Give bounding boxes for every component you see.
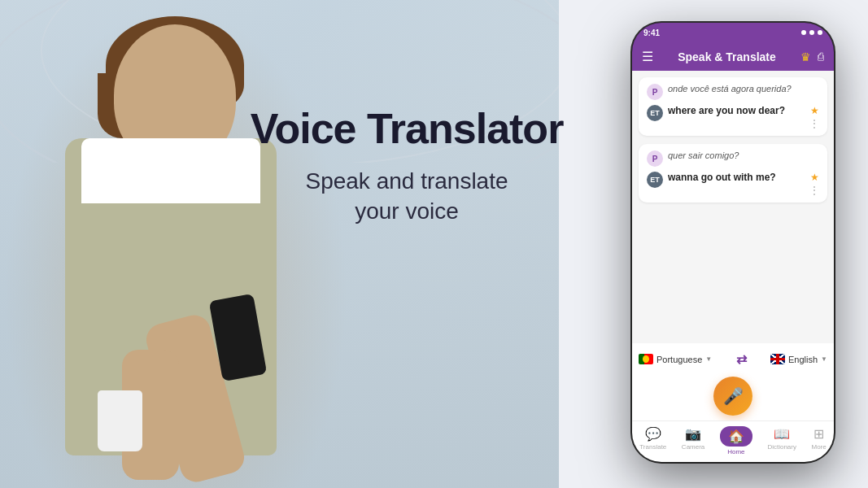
translate-nav-label: Translate	[639, 443, 666, 451]
nav-more[interactable]: ⊞ More	[811, 426, 826, 455]
background-photo	[0, 0, 586, 488]
camera-nav-label: Camera	[682, 443, 704, 451]
wifi-icon	[809, 30, 814, 35]
more-nav-icon: ⊞	[813, 426, 824, 442]
flag-english	[770, 354, 785, 364]
menu-icon[interactable]: ☰	[642, 49, 653, 64]
nav-dictionary[interactable]: 📖 Dictionary	[767, 426, 796, 455]
mic-icon: 🎤	[723, 386, 744, 406]
chat-area: P onde você está agora querida? ET where…	[632, 71, 834, 343]
avatar-source-1: P	[647, 84, 663, 100]
headline: Voice Translator	[236, 106, 578, 152]
original-text-2: quer sair comigo?	[668, 150, 739, 160]
bubble-actions-1: ★ ⋮	[809, 105, 819, 129]
target-lang-label: English	[788, 355, 818, 364]
avatar-target-1: ET	[647, 105, 663, 121]
nav-translate[interactable]: 💬 Translate	[639, 426, 666, 455]
signal-icon	[801, 30, 806, 35]
bubble-original-1: P onde você está agora querida?	[647, 84, 819, 100]
more-icon-1[interactable]: ⋮	[809, 118, 819, 129]
flag-portuguese	[639, 354, 653, 364]
more-nav-label: More	[811, 443, 826, 451]
avatar-target-2: ET	[647, 172, 663, 188]
source-lang-chevron: ▼	[705, 355, 712, 363]
source-language-selector[interactable]: Portuguese ▼	[639, 354, 712, 364]
chat-bubble-group-2: P quer sair comigo? ET wanna go out with…	[639, 144, 827, 203]
bubble-actions-2: ★ ⋮	[809, 172, 819, 196]
share-icon[interactable]: ⎙	[818, 50, 824, 63]
source-lang-label: Portuguese	[656, 355, 702, 364]
nav-camera[interactable]: 📷 Camera	[682, 426, 704, 455]
header-icons: ♛ ⎙	[800, 50, 824, 63]
status-bar: 9:41	[632, 23, 834, 42]
avatar-source-2: P	[647, 150, 663, 167]
more-icon-2[interactable]: ⋮	[809, 185, 819, 196]
camera-nav-icon: 📷	[685, 426, 701, 442]
swap-languages-icon[interactable]: ⇄	[736, 351, 747, 367]
app-header: ☰ Speak & Translate ♛ ⎙	[632, 42, 834, 71]
home-nav-bg: 🏠	[720, 426, 752, 447]
subheadline: Speak and translate your voice	[236, 167, 578, 226]
star-icon-1[interactable]: ★	[810, 105, 819, 116]
bubble-translated-1: ET where are you now dear? ★ ⋮	[647, 105, 819, 129]
language-bar: Portuguese ▼ ⇄ English ▼	[632, 343, 834, 372]
bubble-original-2: P quer sair comigo?	[647, 150, 819, 167]
target-lang-chevron: ▼	[821, 355, 827, 363]
status-time: 9:41	[643, 28, 660, 37]
home-nav-icon: 🏠	[728, 429, 744, 443]
text-overlay: Voice Translator Speak and translate you…	[236, 106, 578, 226]
mic-area: 🎤	[632, 372, 834, 420]
translated-text-1: where are you now dear?	[668, 105, 805, 116]
crown-icon[interactable]: ♛	[800, 50, 811, 63]
translated-text-2: wanna go out with me?	[668, 172, 805, 183]
battery-icon	[818, 30, 822, 35]
star-icon-2[interactable]: ★	[810, 172, 819, 183]
app-title: Speak & Translate	[678, 50, 776, 63]
original-text-1: onde você está agora querida?	[668, 84, 792, 94]
dictionary-nav-label: Dictionary	[767, 443, 796, 451]
person-cup	[98, 390, 142, 451]
translate-nav-icon: 💬	[645, 426, 661, 442]
chat-bubble-group-1: P onde você está agora querida? ET where…	[639, 77, 827, 136]
mic-button[interactable]: 🎤	[713, 377, 752, 416]
phone-mockup: 9:41 ☰ Speak & Translate ♛ ⎙ P onde você…	[632, 23, 834, 462]
nav-home[interactable]: 🏠 Home	[720, 426, 752, 455]
home-nav-label: Home	[727, 448, 744, 455]
status-icons	[801, 30, 822, 35]
bottom-nav: 💬 Translate 📷 Camera 🏠 Home 📖 Dictionary…	[632, 420, 834, 462]
dictionary-nav-icon: 📖	[774, 426, 790, 442]
bubble-translated-2: ET wanna go out with me? ★ ⋮	[647, 172, 819, 196]
target-language-selector[interactable]: English ▼	[770, 354, 827, 364]
